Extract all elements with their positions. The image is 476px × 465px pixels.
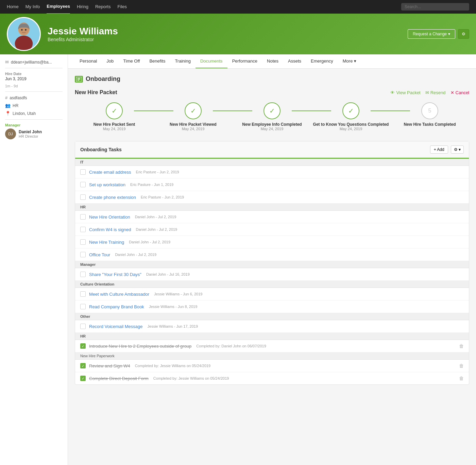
profile-info: Jessie Williams Benefits Administrator	[48, 26, 408, 42]
task-item: ✓Review and Sign W4Completed by: Jessie …	[75, 360, 469, 372]
gear-button[interactable]: ⚙	[458, 29, 469, 39]
task-checkbox[interactable]	[80, 304, 86, 309]
task-checkbox[interactable]	[80, 194, 86, 200]
task-checkbox[interactable]	[80, 227, 86, 232]
delete-task-button[interactable]: 🗑	[459, 363, 464, 368]
step-connector-2	[213, 110, 252, 111]
search-input[interactable]	[401, 3, 469, 11]
task-checkbox[interactable]	[80, 252, 86, 257]
task-meta: Daniel John - Jul 16, 2019	[146, 272, 190, 276]
task-meta: Jessie Williams - Jun 6, 2019	[154, 292, 202, 296]
tab-benefits[interactable]: Benefits	[144, 54, 170, 68]
tab-more[interactable]: More ▾	[338, 54, 361, 68]
sidebar-email: ✉ ddean+jwilliams@ba...	[5, 59, 63, 65]
delete-task-button[interactable]: 🗑	[459, 343, 464, 349]
view-packet-link[interactable]: 👁 View Packet	[390, 90, 420, 95]
delete-task-button[interactable]: 🗑	[459, 376, 464, 381]
progress-steps: ✓New Hire Packet SentMay 24, 2019✓New Hi…	[75, 102, 469, 131]
task-checkbox[interactable]: ✓	[80, 343, 86, 349]
nav-myinfo[interactable]: My Info	[26, 0, 40, 14]
nav-hiring[interactable]: Hiring	[77, 0, 88, 14]
nav-reports[interactable]: Reports	[95, 0, 111, 14]
add-task-button[interactable]: + Add	[430, 145, 448, 154]
task-name[interactable]: Read Company Brand Book	[89, 304, 144, 309]
step-date-1: May 24, 2019	[103, 127, 126, 131]
task-checkbox[interactable]: ✓	[80, 363, 86, 368]
sidebar-department: 👥 HR	[5, 103, 63, 108]
task-checkbox[interactable]	[80, 272, 86, 277]
task-group-label-0: IT	[75, 159, 469, 166]
onboarding-icon	[75, 76, 83, 83]
tab-notes[interactable]: Notes	[262, 54, 283, 68]
tasks-list: ITCreate email addressEric Pasture - Jun…	[75, 159, 469, 384]
task-meta: Completed by: Daniel John on 06/07/2019	[196, 344, 266, 348]
task-name[interactable]: Introduce New Hire to 2 Employees outsid…	[89, 344, 191, 349]
task-meta: Eric Pasture - Jun 2, 2019	[136, 170, 179, 174]
tab-documents[interactable]: Documents	[196, 54, 227, 68]
task-checkbox[interactable]	[80, 324, 86, 329]
step-circle-3: ✓	[264, 102, 280, 119]
task-item: Meet with Culture AmbassadorJessie Willi…	[75, 288, 469, 300]
tab-emergency[interactable]: Emergency	[306, 54, 338, 68]
step-date-2: May 24, 2019	[182, 127, 205, 131]
tab-performance[interactable]: Performance	[227, 54, 262, 68]
task-meta: Daniel John - Jul 2, 2019	[129, 240, 170, 244]
email-icon: ✉	[5, 59, 9, 65]
nav-home[interactable]: Home	[7, 0, 19, 14]
step-circle-5: 5	[421, 102, 438, 119]
step-label-2: New Hire Packet Viewed	[170, 122, 217, 127]
task-item: New Hire OrientationDaniel John - Jul 2,…	[75, 211, 469, 223]
manager-avatar: DJ	[5, 128, 16, 139]
task-item: Set up workstationEric Pasture - Jun 1, …	[75, 178, 469, 191]
task-name[interactable]: Meet with Culture Ambassador	[89, 292, 149, 297]
task-name[interactable]: Record Voicemail Message	[89, 324, 143, 329]
task-checkbox[interactable]: ✓	[80, 376, 86, 381]
task-checkbox[interactable]	[80, 291, 86, 297]
nav-files[interactable]: Files	[117, 0, 126, 14]
nav-employees[interactable]: Employees	[47, 0, 70, 14]
task-name[interactable]: Set up workstation	[89, 182, 125, 187]
task-settings-button[interactable]: ⚙ ▾	[451, 145, 464, 154]
task-name[interactable]: Create phone extension	[89, 195, 136, 200]
step-connector-3	[292, 110, 331, 111]
resend-link[interactable]: ✉ Resend	[425, 90, 446, 95]
task-meta: Jessie Williams - Jun 8, 2019	[149, 305, 197, 309]
manager-title: HR Director	[19, 134, 42, 138]
task-meta: Daniel John - Jul 2, 2019	[136, 227, 177, 231]
task-name[interactable]: Complete Direct Deposit Form	[89, 376, 149, 381]
cancel-icon: ✕	[451, 90, 454, 95]
sidebar-location: 📍 Lindon, Utah	[5, 111, 63, 116]
task-checkbox[interactable]	[80, 169, 86, 175]
task-meta: Eric Pasture - Jun 1, 2019	[130, 183, 173, 187]
task-checkbox[interactable]	[80, 214, 86, 220]
task-item: Create phone extensionEric Pasture - Jun…	[75, 191, 469, 204]
tab-timeoff[interactable]: Time Off	[118, 54, 144, 68]
task-name[interactable]: Office Tour	[89, 252, 110, 257]
request-change-button[interactable]: Request a Change ▾	[408, 29, 455, 39]
resend-icon: ✉	[425, 90, 429, 95]
tab-job[interactable]: Job	[102, 54, 118, 68]
task-item: ✓Introduce New Hire to 2 Employees outsi…	[75, 340, 469, 352]
task-name[interactable]: Create email address	[89, 170, 131, 175]
task-name[interactable]: Confirm W4 is signed	[89, 227, 131, 232]
task-name[interactable]: Review and Sign W4	[89, 363, 130, 368]
task-group-label-3: Culture Orientation	[75, 281, 469, 288]
task-item: Record Voicemail MessageJessie Williams …	[75, 320, 469, 333]
task-item: Office TourDaniel John - Jul 2, 2019	[75, 248, 469, 261]
task-name[interactable]: New Hire Orientation	[89, 214, 130, 220]
step-date-4: May 24, 2019	[340, 127, 362, 131]
task-name[interactable]: Share "Your First 30 Days"	[89, 272, 141, 277]
content-area: Personal Job Time Off Benefits Training …	[68, 54, 476, 465]
task-checkbox[interactable]	[80, 239, 86, 245]
tab-assets[interactable]: Assets	[283, 54, 306, 68]
task-checkbox[interactable]	[80, 182, 86, 187]
tasks-header: Onboarding Tasks + Add ⚙ ▾	[75, 141, 469, 159]
tab-personal[interactable]: Personal	[75, 54, 102, 68]
step-connector-4	[371, 110, 410, 111]
task-name[interactable]: New Hire Training	[89, 240, 124, 245]
tab-training[interactable]: Training	[170, 54, 195, 68]
manager-section-title: Manager	[5, 123, 63, 127]
avatar	[7, 17, 41, 51]
task-meta: Completed by: Jessie Williams on 05/24/2…	[153, 376, 229, 380]
cancel-link[interactable]: ✕ Cancel	[451, 90, 469, 95]
